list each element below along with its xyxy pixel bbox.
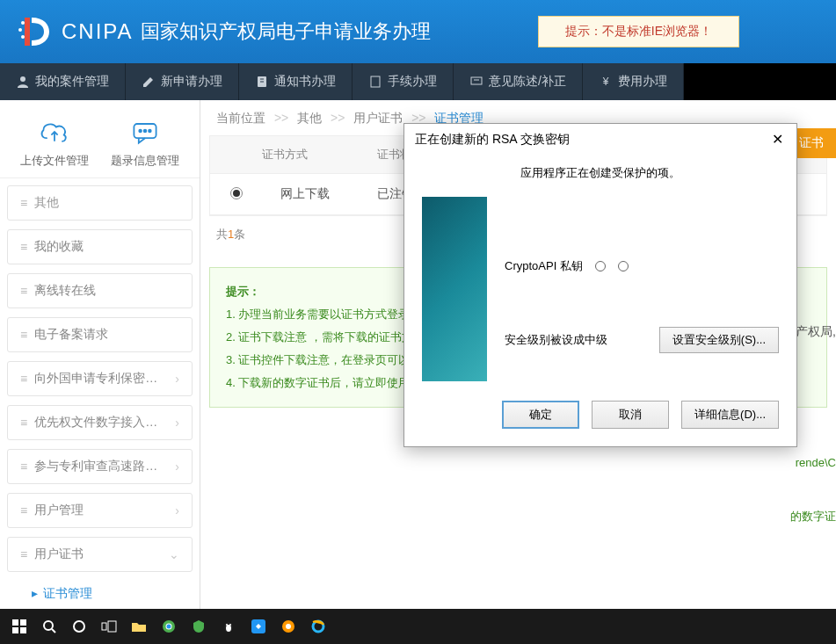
menu-icon: ≡ [20, 547, 27, 561]
search-button[interactable] [35, 612, 63, 640]
pg-suffix: 条 [234, 228, 245, 241]
sidebar-item-foreign[interactable]: ≡向外国申请专利保密…› [7, 361, 193, 396]
chevron-right-icon: › [175, 459, 179, 474]
qq-button[interactable] [214, 612, 243, 640]
chevron-right-icon: › [175, 372, 179, 386]
edit-icon [142, 75, 156, 89]
chrome-button[interactable] [155, 612, 183, 640]
item-label: 我的收藏 [34, 239, 84, 255]
chat-icon [129, 118, 161, 146]
svg-rect-22 [102, 623, 106, 630]
nav-label: 我的案件管理 [35, 74, 109, 90]
nav-label: 通知书办理 [274, 74, 336, 90]
shield-icon [192, 619, 206, 633]
svg-point-13 [144, 130, 147, 133]
nav-notice[interactable]: 通知书办理 [239, 63, 353, 100]
details-button[interactable]: 详细信息(D)... [681, 401, 779, 429]
ie-icon [311, 619, 325, 633]
sidebar-item-priority[interactable]: ≡优先权文件数字接入…› [7, 405, 193, 440]
sidebar-item-favorites[interactable]: ≡我的收藏 [7, 229, 193, 264]
tip-text: 下载新的数字证书后，请立即使用 [238, 376, 410, 389]
app-icon [281, 619, 295, 633]
menu-icon: ≡ [20, 240, 27, 254]
menu-icon: ≡ [20, 503, 27, 517]
sidebar-item-offline[interactable]: ≡离线转在线 [7, 273, 193, 308]
tip-text: 办理当前业务需要以证书方式登录 [238, 308, 410, 321]
breadcrumb-link[interactable]: 用户证书 [353, 111, 403, 125]
ok-button[interactable]: 确定 [502, 401, 579, 429]
sidebar-item-usermgmt[interactable]: ≡用户管理› [7, 493, 193, 528]
upload-file-mgmt[interactable]: 上传文件管理 [20, 118, 89, 169]
sidebar-sub-certmgmt[interactable]: 证书管理 [7, 581, 193, 607]
user-icon [16, 75, 30, 89]
breadcrumb-sep: >> [274, 111, 288, 125]
logo-text: CNIPA [62, 19, 134, 44]
orange-app-button[interactable] [274, 612, 302, 640]
menu-icon: ≡ [20, 284, 27, 298]
browser-alert: 提示：不是标准IE浏览器！ [538, 16, 739, 47]
svg-point-0 [21, 21, 25, 25]
key-name-row: CryptoAPI 私钥 [505, 258, 779, 274]
nav-opinion[interactable]: 意见陈述/补正 [454, 63, 583, 100]
nav-label: 意见陈述/补正 [489, 74, 566, 90]
svg-point-2 [21, 35, 25, 39]
taskview-button[interactable] [95, 612, 123, 640]
sidebar-item-efile[interactable]: ≡电子备案请求 [7, 317, 193, 352]
key-label: CryptoAPI 私钥 [505, 258, 583, 274]
start-button[interactable] [5, 612, 33, 640]
breadcrumb-label: 当前位置 [216, 111, 265, 125]
nav-my-cases[interactable]: 我的案件管理 [0, 63, 126, 100]
truncated-text: rende\C [796, 456, 836, 469]
item-label: 电子备案请求 [34, 327, 108, 343]
cancel-button[interactable]: 取消 [592, 401, 669, 429]
tip-text: 证书控件下载注意，在登录页可以 [238, 353, 410, 366]
svg-point-30 [229, 624, 231, 626]
sidebar-item-review[interactable]: ≡参与专利审查高速路…› [7, 449, 193, 484]
sidebar-section-other[interactable]: ≡其他 [7, 185, 193, 221]
app-icon [251, 619, 265, 633]
radio-checked-icon[interactable] [230, 187, 243, 199]
item-label: 参与专利审查高速路… [34, 459, 157, 474]
blue-app-button[interactable] [244, 612, 273, 640]
sidebar: 上传文件管理 题录信息管理 ≡其他 ≡我的收藏 ≡离线转在线 ≡电子备案请求 ≡… [0, 100, 200, 609]
chevron-down-icon: ⌄ [169, 547, 179, 561]
ie-button[interactable] [304, 612, 332, 640]
svg-rect-7 [371, 76, 380, 87]
cortana-button[interactable] [65, 612, 93, 640]
truncated-text: 的数字证 [790, 509, 836, 525]
row-radio-cell[interactable] [210, 175, 263, 214]
tip-text: 证书下载注意 ，需将下载的证书文 [238, 330, 413, 344]
set-security-button[interactable]: 设置安全级别(S)... [659, 327, 779, 353]
svg-point-33 [286, 624, 291, 629]
biblio-info-mgmt[interactable]: 题录信息管理 [111, 118, 179, 169]
breadcrumb-link[interactable]: 其他 [297, 111, 322, 125]
nav-fees[interactable]: ¥费用办理 [583, 63, 684, 100]
nav-label: 新申请办理 [161, 74, 222, 90]
svg-point-28 [226, 625, 231, 632]
sidebar-item-usercert[interactable]: ≡用户证书⌄ [7, 537, 193, 572]
cell-method: 网上下载 [263, 174, 360, 214]
menu-icon: ≡ [20, 372, 27, 386]
radio-icon[interactable] [618, 261, 629, 271]
sidebar-top-actions: 上传文件管理 题录信息管理 [0, 100, 200, 178]
col-cert-method: 证书方式 [210, 136, 360, 173]
nav-spacer [684, 63, 836, 100]
svg-rect-18 [20, 627, 26, 633]
dialog-title-text: 正在创建新的 RSA 交换密钥 [415, 132, 570, 148]
nav-label: 费用办理 [618, 74, 667, 90]
chevron-right-icon: › [175, 416, 179, 430]
svg-point-12 [140, 130, 142, 133]
nav-procedure[interactable]: 手续办理 [353, 63, 454, 100]
section-label: 其他 [34, 195, 59, 211]
radio-icon[interactable] [595, 261, 606, 271]
app-360-button[interactable] [185, 612, 213, 640]
svg-point-1 [18, 28, 22, 32]
nav-new-application[interactable]: 新申请办理 [126, 63, 239, 100]
main-nav: 我的案件管理 新申请办理 通知书办理 手续办理 意见陈述/补正 ¥费用办理 [0, 63, 836, 100]
explorer-button[interactable] [125, 612, 153, 640]
search-icon [42, 619, 56, 633]
security-label: 安全级别被设成中级 [505, 332, 607, 348]
close-icon[interactable]: ✕ [768, 131, 786, 148]
action-label: 上传文件管理 [20, 153, 89, 169]
sub-label: 证书管理 [43, 586, 92, 600]
